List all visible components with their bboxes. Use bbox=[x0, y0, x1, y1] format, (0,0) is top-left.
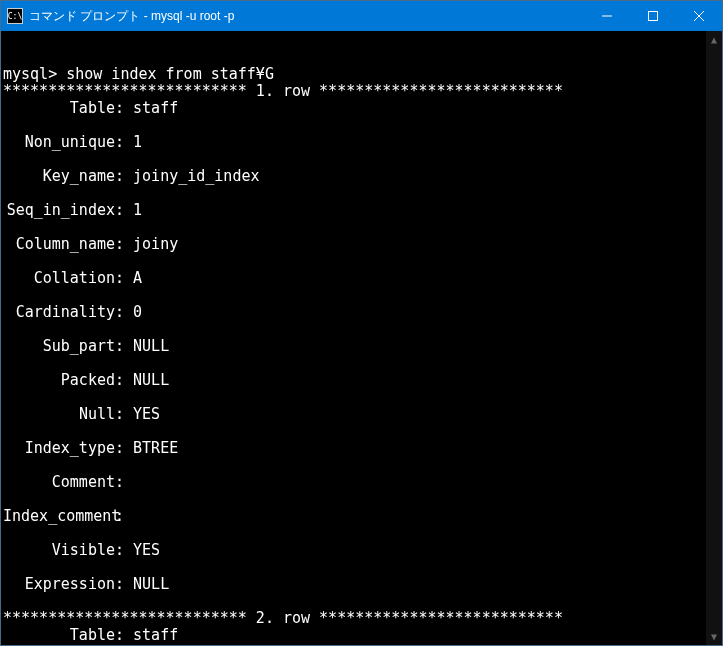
label-null: Null bbox=[3, 406, 115, 423]
row1-column-name: Column_name: joiny bbox=[3, 236, 720, 253]
label-table: Table bbox=[3, 627, 115, 644]
command-line: mysql> show index from staff¥G bbox=[3, 65, 274, 83]
scroll-up-icon[interactable]: ▲ bbox=[706, 31, 722, 48]
row1-sub-part: Sub_part: NULL bbox=[3, 338, 720, 355]
terminal-output[interactable]: mysql> show index from staff¥G *********… bbox=[1, 31, 722, 645]
row-separator-2: *************************** 2. row *****… bbox=[3, 609, 563, 627]
label-expression: Expression bbox=[3, 576, 115, 593]
value-index-type: BTREE bbox=[133, 439, 178, 457]
row1-seq-in-index: Seq_in_index: 1 bbox=[3, 202, 720, 219]
row1-index-comment: Index_comment: bbox=[3, 508, 720, 525]
row2-table: Table: staff bbox=[3, 627, 720, 644]
row1-expression: Expression: NULL bbox=[3, 576, 720, 593]
value-table: staff bbox=[133, 626, 178, 644]
svg-rect-1 bbox=[649, 12, 658, 21]
label-collation: Collation bbox=[3, 270, 115, 287]
label-column-name: Column_name bbox=[3, 236, 115, 253]
row1-key-name: Key_name: joiny_id_index bbox=[3, 168, 720, 185]
value-sub-part: NULL bbox=[133, 337, 169, 355]
prompt: mysql> bbox=[3, 65, 57, 83]
value-seq-in-index: 1 bbox=[133, 201, 142, 219]
minimize-icon bbox=[602, 11, 612, 21]
maximize-icon bbox=[648, 11, 658, 21]
blank-line bbox=[3, 48, 12, 66]
label-cardinality: Cardinality bbox=[3, 304, 115, 321]
label-non-unique: Non_unique bbox=[3, 134, 115, 151]
value-column-name: joiny bbox=[133, 235, 178, 253]
value-table: staff bbox=[133, 99, 178, 117]
value-key-name: joiny_id_index bbox=[133, 167, 259, 185]
label-visible: Visible bbox=[3, 542, 115, 559]
value-non-unique: 1 bbox=[133, 133, 142, 151]
value-cardinality: 0 bbox=[133, 303, 142, 321]
label-index-comment: Index_comment bbox=[3, 508, 115, 525]
row1-index-type: Index_type: BTREE bbox=[3, 440, 720, 457]
label-comment: Comment bbox=[3, 474, 115, 491]
row1-packed: Packed: NULL bbox=[3, 372, 720, 389]
close-icon bbox=[694, 11, 704, 21]
window: C:\ コマンド プロンプト - mysql -u root -p mysql>… bbox=[0, 0, 723, 646]
scroll-track[interactable] bbox=[706, 48, 722, 628]
entered-command: show index from staff¥G bbox=[66, 65, 274, 83]
row1-null: Null: YES bbox=[3, 406, 720, 423]
minimize-button[interactable] bbox=[584, 1, 630, 31]
row1-collation: Collation: A bbox=[3, 270, 720, 287]
label-packed: Packed bbox=[3, 372, 115, 389]
value-expression: NULL bbox=[133, 575, 169, 593]
row1-cardinality: Cardinality: 0 bbox=[3, 304, 720, 321]
value-visible: YES bbox=[133, 541, 160, 559]
row1-table: Table: staff bbox=[3, 100, 720, 117]
row1-visible: Visible: YES bbox=[3, 542, 720, 559]
maximize-button[interactable] bbox=[630, 1, 676, 31]
value-null: YES bbox=[133, 405, 160, 423]
value-packed: NULL bbox=[133, 371, 169, 389]
scrollbar[interactable]: ▲ ▼ bbox=[706, 31, 722, 645]
row-separator-1: *************************** 1. row *****… bbox=[3, 82, 563, 100]
titlebar[interactable]: C:\ コマンド プロンプト - mysql -u root -p bbox=[1, 1, 722, 31]
window-title: コマンド プロンプト - mysql -u root -p bbox=[29, 8, 584, 25]
label-index-type: Index_type bbox=[3, 440, 115, 457]
app-icon: C:\ bbox=[7, 8, 23, 24]
row1-non-unique: Non_unique: 1 bbox=[3, 134, 720, 151]
close-button[interactable] bbox=[676, 1, 722, 31]
label-seq-in-index: Seq_in_index bbox=[3, 202, 115, 219]
label-key-name: Key_name bbox=[3, 168, 115, 185]
label-table: Table bbox=[3, 100, 115, 117]
row1-comment: Comment: bbox=[3, 474, 720, 491]
scroll-down-icon[interactable]: ▼ bbox=[706, 628, 722, 645]
label-sub-part: Sub_part bbox=[3, 338, 115, 355]
value-collation: A bbox=[133, 269, 142, 287]
